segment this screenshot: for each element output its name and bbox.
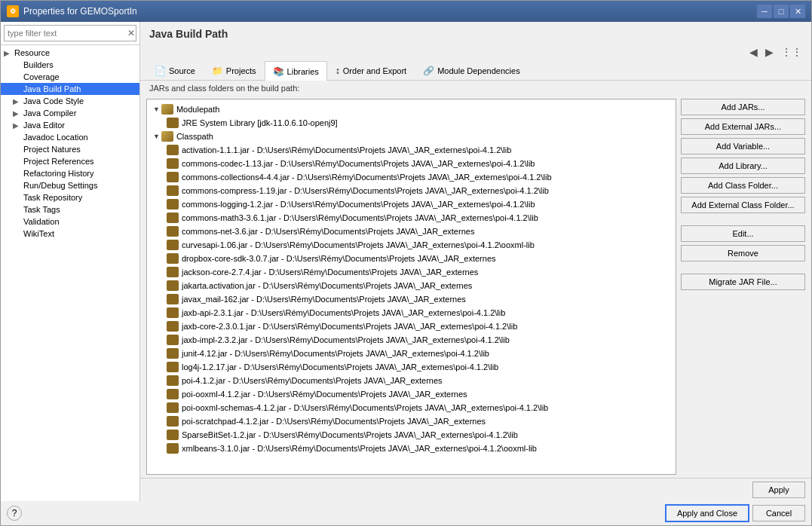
classpath-item-12[interactable]: jaxb-api-2.3.1.jar - D:\Users\Rémy\Docum… [147, 306, 676, 320]
sidebar-item-label-task-tags: Task Tags [23, 205, 60, 214]
order-export-tab-label: Order and Export [343, 66, 406, 75]
classpath-row[interactable]: ▼Classpath [147, 130, 676, 143]
sidebar-item-label-coverage: Coverage [23, 72, 60, 81]
classpath-item-21[interactable]: SparseBitSet-1.2.jar - D:\Users\Rémy\Doc… [147, 428, 676, 442]
filter-input[interactable] [4, 25, 136, 41]
add-variable-button[interactable]: Add Variable... [681, 138, 805, 154]
tab-source[interactable]: 📄Source [146, 61, 204, 80]
sidebar-item-label-wikitext: WikiText [23, 229, 54, 238]
migrate-jar-button[interactable]: Migrate JAR File... [681, 274, 805, 290]
sidebar-item-java-build-path[interactable]: Java Build Path [1, 83, 139, 95]
projects-tab-label: Projects [226, 66, 256, 75]
sidebar-item-label-javadoc-location: Javadoc Location [23, 133, 88, 142]
sidebar-item-label-java-build-path: Java Build Path [23, 84, 81, 93]
classpath-item-9[interactable]: jackson-core-2.7.4.jar - D:\Users\Rémy\D… [147, 265, 676, 279]
sidebar-item-builders[interactable]: Builders [1, 59, 139, 71]
sidebar-item-project-natures[interactable]: Project Natures [1, 143, 139, 155]
classpath-item-0[interactable]: activation-1.1.1.jar - D:\Users\Rémy\Doc… [147, 143, 676, 157]
sidebar-item-task-tags[interactable]: Task Tags [1, 203, 139, 216]
close-button[interactable]: ✕ [790, 5, 805, 18]
sidebar-item-label-project-references: Project References [23, 157, 94, 166]
classpath-item-2[interactable]: commons-collections4-4.4.jar - D:\Users\… [147, 170, 676, 184]
sidebar-item-coverage[interactable]: Coverage [1, 71, 139, 83]
classpath-item-18[interactable]: poi-ooxml-4.1.2.jar - D:\Users\Rémy\Docu… [147, 387, 676, 401]
source-tab-icon: 📄 [155, 66, 166, 76]
apply-button[interactable]: Apply [752, 482, 805, 498]
add-external-jars-button[interactable]: Add External JARs... [681, 118, 805, 135]
classpath-item-19[interactable]: poi-ooxml-schemas-4.1.2.jar - D:\Users\R… [147, 401, 676, 414]
filter-bar: ✕ [1, 22, 139, 45]
sidebar-item-wikitext[interactable]: WikiText [1, 228, 139, 240]
actions-panel: Add JARs... Add External JARs... Add Var… [681, 99, 805, 475]
sidebar-item-java-compiler[interactable]: ▶Java Compiler [1, 107, 139, 119]
sidebar-item-task-repository[interactable]: Task Repository [1, 191, 139, 203]
page-title: Java Build Path [140, 22, 811, 43]
classpath-item-22[interactable]: xmlbeans-3.1.0.jar - D:\Users\Rémy\Docum… [147, 442, 676, 455]
sidebar-item-java-code-style[interactable]: ▶Java Code Style [1, 95, 139, 107]
classpath-item-6[interactable]: commons-net-3.6.jar - D:\Users\Rémy\Docu… [147, 225, 676, 238]
sidebar-item-label-project-natures: Project Natures [23, 145, 81, 154]
build-path-tree: ▼Modulepath JRE System Library [jdk-11.0… [147, 99, 676, 458]
sidebar: ✕ ▶Resource Builders Coverage Java Build… [1, 22, 140, 501]
tab-module-deps[interactable]: 🔗Module Dependencies [415, 61, 528, 80]
classpath-item-11[interactable]: javax_mail-162.jar - D:\Users\Rémy\Docum… [147, 292, 676, 306]
sidebar-item-label-java-code-style: Java Code Style [23, 96, 84, 106]
footer-bar: ? Apply and Close Cancel [1, 501, 811, 525]
sidebar-item-javadoc-location[interactable]: Javadoc Location [1, 131, 139, 143]
sidebar-item-label-refactoring-history: Refactoring History [23, 169, 94, 178]
sidebar-item-label-java-compiler: Java Compiler [23, 109, 76, 118]
modulepath-row[interactable]: ▼Modulepath [147, 102, 676, 116]
maximize-button[interactable]: □ [774, 5, 789, 18]
order-export-tab-icon: ↕ [336, 66, 340, 76]
add-library-button[interactable]: Add Library... [681, 157, 805, 174]
module-deps-tab-label: Module Dependencies [437, 66, 519, 75]
more-nav-button[interactable]: ⋮⋮ [778, 44, 805, 60]
main-panel: Java Build Path ◀ ▶ ⋮⋮ 📄Source📁Projects📚… [140, 22, 811, 501]
libraries-tab-icon: 📚 [273, 66, 284, 77]
classpath-item-13[interactable]: jaxb-core-2.3.0.1.jar - D:\Users\Rémy\Do… [147, 320, 676, 333]
filter-clear-button[interactable]: ✕ [127, 28, 135, 38]
classpath-item-10[interactable]: jakarta.activation.jar - D:\Users\Rémy\D… [147, 279, 676, 292]
classpath-item-7[interactable]: curvesapi-1.06.jar - D:\Users\Rémy\Docum… [147, 238, 676, 252]
classpath-item-16[interactable]: log4j-1.2.17.jar - D:\Users\Rémy\Documen… [147, 360, 676, 374]
jre-system-library-row[interactable]: JRE System Library [jdk-11.0.6.10-openj9… [147, 116, 676, 130]
add-external-class-folder-button[interactable]: Add External Class Folder... [681, 197, 805, 213]
help-button[interactable]: ? [7, 506, 22, 521]
apply-and-close-button[interactable]: Apply and Close [665, 504, 749, 522]
module-deps-tab-icon: 🔗 [423, 66, 434, 76]
tab-order-export[interactable]: ↕Order and Export [327, 61, 415, 80]
edit-button[interactable]: Edit... [681, 225, 805, 242]
add-jars-button[interactable]: Add JARs... [681, 99, 805, 115]
tab-libraries[interactable]: 📚Libraries [265, 61, 327, 81]
cancel-button[interactable]: Cancel [752, 505, 805, 521]
sidebar-item-refactoring-history[interactable]: Refactoring History [1, 167, 139, 179]
sidebar-tree: ▶Resource Builders Coverage Java Build P… [1, 45, 139, 501]
back-button[interactable]: ◀ [746, 44, 761, 60]
tab-projects[interactable]: 📁Projects [204, 61, 265, 80]
sidebar-item-project-references[interactable]: Project References [1, 155, 139, 167]
sidebar-item-label-task-repository: Task Repository [23, 193, 82, 202]
classpath-item-1[interactable]: commons-codec-1.13.jar - D:\Users\Rémy\D… [147, 157, 676, 170]
build-path-tree-panel[interactable]: ▼Modulepath JRE System Library [jdk-11.0… [146, 99, 676, 475]
classpath-item-17[interactable]: poi-4.1.2.jar - D:\Users\Rémy\Documents\… [147, 374, 676, 387]
window-title: Properties for GEMOSportIn [23, 6, 137, 17]
classpath-item-15[interactable]: junit-4.12.jar - D:\Users\Rémy\Documents… [147, 347, 676, 360]
sidebar-item-label-run-debug-settings: Run/Debug Settings [23, 181, 97, 190]
classpath-item-14[interactable]: jaxb-impl-2.3.2.jar - D:\Users\Rémy\Docu… [147, 333, 676, 347]
sidebar-item-resource[interactable]: ▶Resource [1, 47, 139, 59]
hint-text: JARs and class folders on the build path… [140, 81, 811, 96]
classpath-item-4[interactable]: commons-logging-1.2.jar - D:\Users\Rémy\… [147, 197, 676, 211]
classpath-item-8[interactable]: dropbox-core-sdk-3.0.7.jar - D:\Users\Ré… [147, 252, 676, 265]
remove-button[interactable]: Remove [681, 245, 805, 261]
forward-button[interactable]: ▶ [762, 44, 777, 60]
sidebar-item-java-editor[interactable]: ▶Java Editor [1, 119, 139, 131]
add-class-folder-button[interactable]: Add Class Folder... [681, 177, 805, 194]
sidebar-item-label-builders: Builders [23, 60, 54, 69]
classpath-item-5[interactable]: commons-math3-3.6.1.jar - D:\Users\Rémy\… [147, 211, 676, 225]
classpath-item-3[interactable]: commons-compress-1.19.jar - D:\Users\Rém… [147, 184, 676, 197]
window-icon: ⚙ [7, 5, 19, 17]
minimize-button[interactable]: ─ [757, 5, 772, 18]
sidebar-item-validation[interactable]: Validation [1, 216, 139, 228]
classpath-item-20[interactable]: poi-scratchpad-4.1.2.jar - D:\Users\Rémy… [147, 414, 676, 428]
sidebar-item-run-debug-settings[interactable]: Run/Debug Settings [1, 179, 139, 191]
